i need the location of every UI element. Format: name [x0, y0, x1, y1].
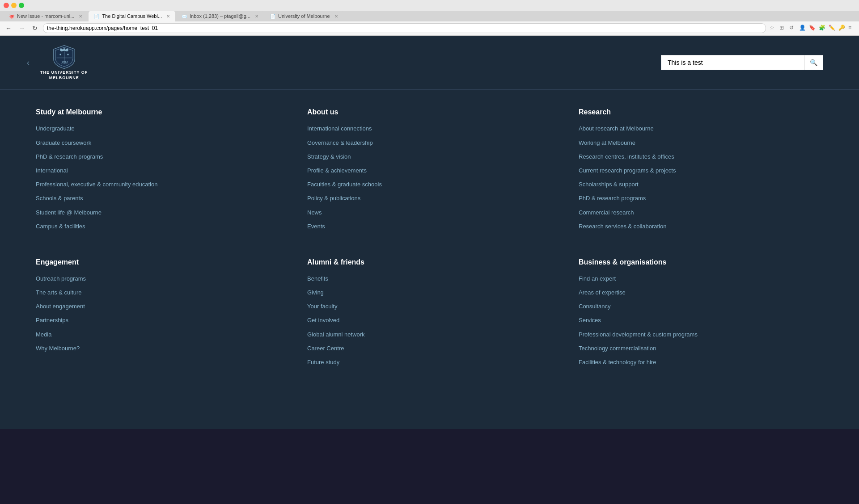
nav-link-study-3[interactable]: International	[36, 167, 68, 174]
search-button[interactable]: 🔍	[804, 55, 823, 70]
back-arrow-icon[interactable]: ‹	[27, 58, 30, 67]
nav-link-alumni-2[interactable]: Your faculty	[307, 303, 337, 310]
nav-grid: Study at MelbourneUndergraduateGraduate …	[0, 90, 859, 399]
nav-link-research-0[interactable]: About research at Melbourne	[579, 125, 654, 132]
profile-icon[interactable]: 👤	[799, 25, 806, 32]
list-item: Undergraduate	[36, 124, 280, 133]
address-input[interactable]	[43, 23, 766, 33]
nav-link-alumni-3[interactable]: Get involved	[307, 317, 339, 323]
list-item: Policy & publications	[307, 194, 552, 202]
key-icon[interactable]: 🔑	[838, 25, 846, 32]
refresh-icon[interactable]: ↺	[789, 25, 796, 32]
nav-link-alumni-5[interactable]: Career Centre	[307, 345, 344, 352]
list-item: Why Melbourne?	[36, 344, 280, 353]
nav-link-alumni-6[interactable]: Future study	[307, 359, 339, 365]
list-item: Professional, executive & community educ…	[36, 180, 280, 189]
nav-section-list-research: About research at MelbourneWorking at Me…	[579, 124, 823, 231]
nav-link-research-3[interactable]: Current research programs & projects	[579, 167, 676, 174]
list-item: Areas of expertise	[579, 288, 823, 297]
nav-section-alumni: Alumni & friendsBenefitsGivingYour facul…	[307, 258, 552, 372]
browser-tab-tab2[interactable]: 📄The Digital Campus Webi...✕	[89, 11, 175, 21]
browser-tab-tab3[interactable]: ✉️Inbox (1,283) – ptagell@g...✕	[176, 11, 264, 21]
nav-section-list-about: International connectionsGovernance & le…	[307, 124, 552, 231]
nav-link-about-3[interactable]: Profile & achievements	[307, 167, 367, 174]
forward-button[interactable]: →	[17, 24, 27, 33]
nav-link-business-0[interactable]: Find an expert	[579, 275, 616, 282]
back-button[interactable]: ←	[4, 24, 13, 33]
nav-link-about-0[interactable]: International connections	[307, 125, 372, 132]
nav-section-study: Study at MelbourneUndergraduateGraduate …	[36, 108, 280, 236]
nav-link-study-5[interactable]: Schools & parents	[36, 195, 83, 202]
nav-link-business-4[interactable]: Professional development & custom progra…	[579, 331, 698, 338]
page-content: ‹ UOM	[0, 36, 859, 429]
list-item: News	[307, 208, 552, 217]
browser-tab-tab4[interactable]: 📄University of Melbourne✕	[265, 11, 343, 21]
tab-close-button[interactable]: ✕	[79, 14, 82, 19]
nav-link-research-1[interactable]: Working at Melbourne	[579, 139, 635, 146]
nav-link-business-3[interactable]: Services	[579, 317, 601, 323]
tab-close-button[interactable]: ✕	[334, 14, 338, 19]
nav-link-about-2[interactable]: Strategy & vision	[307, 153, 351, 160]
bookmark-icon[interactable]: 🔖	[809, 25, 816, 32]
nav-link-study-1[interactable]: Graduate coursework	[36, 139, 91, 146]
list-item: Outreach programs	[36, 274, 280, 283]
tab-close-button[interactable]: ✕	[255, 14, 258, 19]
nav-link-business-1[interactable]: Areas of expertise	[579, 289, 626, 296]
nav-link-alumni-0[interactable]: Benefits	[307, 275, 328, 282]
nav-link-research-4[interactable]: Scholarships & support	[579, 181, 639, 188]
refresh-button[interactable]: ↻	[30, 24, 39, 33]
nav-link-research-2[interactable]: Research centres, institutes & offices	[579, 153, 674, 160]
tab-label: University of Melbourne	[278, 13, 330, 19]
nav-link-engagement-5[interactable]: Why Melbourne?	[36, 345, 80, 352]
search-input[interactable]	[661, 55, 804, 70]
svg-point-4	[67, 54, 68, 55]
browser-tab-tab1[interactable]: 🐙New Issue - marcom-uni...✕	[4, 11, 88, 21]
nav-section-heading-about: About us	[307, 108, 552, 116]
nav-link-engagement-4[interactable]: Media	[36, 331, 51, 338]
nav-link-business-6[interactable]: Facilities & technology for hire	[579, 359, 656, 365]
logo-container[interactable]: UOM THE UNIVERSITY OF MELBOURNE	[40, 45, 88, 80]
nav-link-business-2[interactable]: Consultancy	[579, 303, 611, 310]
nav-link-research-5[interactable]: PhD & research programs	[579, 195, 646, 202]
browser-titlebar	[0, 0, 859, 11]
nav-section-heading-research: Research	[579, 108, 823, 116]
close-window-button[interactable]	[4, 3, 9, 8]
extensions-icon[interactable]: 🧩	[819, 25, 826, 32]
list-item: About research at Melbourne	[579, 124, 823, 133]
list-item: Giving	[307, 288, 552, 297]
minimize-window-button[interactable]	[11, 3, 17, 8]
tab-close-button[interactable]: ✕	[166, 14, 170, 19]
maximize-window-button[interactable]	[19, 3, 24, 8]
nav-link-about-7[interactable]: Events	[307, 223, 325, 230]
nav-link-about-4[interactable]: Faculties & graduate schools	[307, 181, 382, 188]
toolbar-icons: ☆ ⊞ ↺ 👤 🔖 🧩 ✏️ 🔑 ≡	[770, 25, 855, 32]
nav-section-about: About usInternational connectionsGoverna…	[307, 108, 552, 236]
nav-link-alumni-4[interactable]: Global alumni network	[307, 331, 365, 338]
nav-link-about-6[interactable]: News	[307, 209, 322, 216]
nav-link-study-7[interactable]: Campus & facilities	[36, 223, 85, 230]
list-item: Working at Melbourne	[579, 139, 823, 147]
list-item: Facilities & technology for hire	[579, 358, 823, 366]
search-container: 🔍	[661, 55, 823, 70]
nav-link-alumni-1[interactable]: Giving	[307, 289, 324, 296]
nav-link-about-1[interactable]: Governance & leadership	[307, 139, 373, 146]
nav-link-study-0[interactable]: Undergraduate	[36, 125, 75, 132]
star-icon[interactable]: ☆	[770, 25, 777, 32]
nav-link-engagement-1[interactable]: The arts & culture	[36, 289, 82, 296]
nav-link-research-6[interactable]: Commercial research	[579, 209, 634, 216]
nav-link-research-7[interactable]: Research services & collaboration	[579, 223, 667, 230]
pencil-icon[interactable]: ✏️	[829, 25, 836, 32]
nav-link-about-5[interactable]: Policy & publications	[307, 195, 360, 202]
menu-icon[interactable]: ≡	[848, 25, 855, 32]
nav-link-study-2[interactable]: PhD & research programs	[36, 153, 103, 160]
nav-link-engagement-0[interactable]: Outreach programs	[36, 275, 86, 282]
grid-icon[interactable]: ⊞	[779, 25, 787, 32]
nav-link-business-5[interactable]: Technology commercialisation	[579, 345, 656, 352]
nav-link-study-6[interactable]: Student life @ Melbourne	[36, 209, 102, 216]
nav-link-study-4[interactable]: Professional, executive & community educ…	[36, 181, 157, 188]
nav-link-engagement-3[interactable]: Partnerships	[36, 317, 68, 323]
nav-link-engagement-2[interactable]: About engagement	[36, 303, 85, 310]
list-item: Commercial research	[579, 208, 823, 217]
nav-section-list-business: Find an expertAreas of expertiseConsulta…	[579, 274, 823, 366]
site-header: ‹ UOM	[0, 36, 859, 90]
